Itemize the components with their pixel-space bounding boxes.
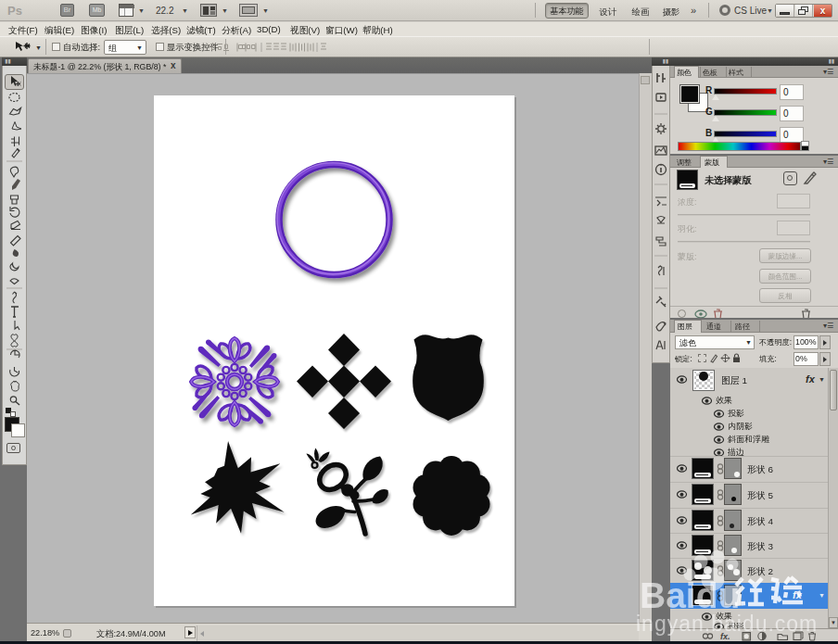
svg-text:fx.: fx. <box>720 632 730 641</box>
